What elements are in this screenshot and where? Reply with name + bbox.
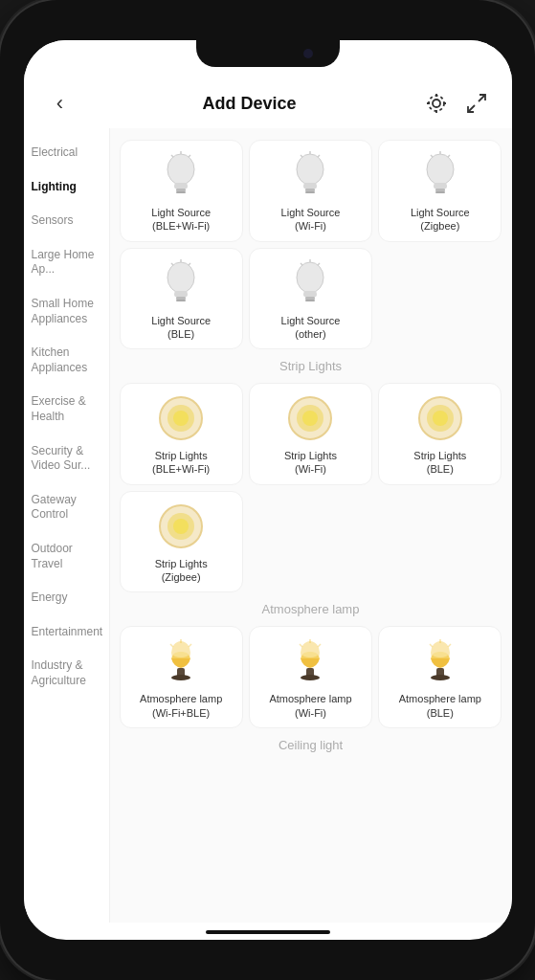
svg-point-53 bbox=[171, 675, 190, 680]
svg-line-69 bbox=[448, 644, 451, 647]
device-atmo-wifi[interactable]: Atmosphere lamp(Wi-Fi) bbox=[249, 626, 372, 728]
strip-lights-grid: Strip Lights(BLE+Wi-Fi) Strip Lights(Wi-… bbox=[120, 383, 502, 592]
svg-rect-21 bbox=[435, 189, 445, 191]
strip-icon bbox=[156, 393, 206, 443]
sidebar-item-large-home[interactable]: Large Home Ap... bbox=[24, 238, 109, 287]
svg-rect-27 bbox=[176, 297, 186, 300]
device-strip-wifi[interactable]: Strip Lights(Wi-Fi) bbox=[249, 383, 372, 485]
atmo-icon bbox=[415, 636, 465, 686]
device-light-source-other[interactable]: Light Source(other) bbox=[249, 248, 372, 350]
device-label: Atmosphere lamp(Wi-Fi+BLE) bbox=[140, 692, 222, 720]
content-area: Light Source(BLE+Wi-Fi) bbox=[110, 128, 512, 923]
atmo-icon bbox=[285, 636, 335, 686]
sidebar-item-lighting[interactable]: Lighting bbox=[24, 170, 109, 205]
bulb-icon bbox=[285, 258, 335, 308]
device-atmo-wifi-ble[interactable]: Atmosphere lamp(Wi-Fi+BLE) bbox=[120, 626, 243, 728]
device-label: Light Source(Wi-Fi) bbox=[281, 206, 341, 234]
device-label: Strip Lights(Wi-Fi) bbox=[284, 449, 337, 477]
svg-rect-34 bbox=[305, 300, 315, 301]
svg-point-40 bbox=[173, 411, 189, 426]
sidebar-item-security[interactable]: Security & Video Sur... bbox=[24, 434, 109, 483]
sidebar-item-outdoor[interactable]: Outdoor Travel bbox=[24, 532, 109, 581]
bulb-icon bbox=[285, 150, 335, 200]
sidebar: Electrical Lighting Sensors Large Home A… bbox=[24, 128, 110, 923]
device-atmo-ble[interactable]: Atmosphere lamp(BLE) bbox=[378, 626, 502, 728]
svg-line-70 bbox=[430, 644, 433, 647]
back-button[interactable]: ‹ bbox=[45, 91, 76, 116]
sidebar-item-kitchen[interactable]: Kitchen Appliances bbox=[24, 336, 109, 385]
svg-line-30 bbox=[189, 263, 190, 265]
svg-point-8 bbox=[167, 154, 194, 185]
svg-rect-16 bbox=[305, 191, 315, 193]
device-label: Strip Lights(BLE+Wi-Fi) bbox=[152, 449, 210, 477]
svg-point-0 bbox=[433, 100, 440, 107]
device-label: Light Source(Zigbee) bbox=[411, 206, 470, 234]
sidebar-item-gateway[interactable]: Gateway Control bbox=[24, 483, 109, 532]
svg-point-26 bbox=[167, 262, 194, 293]
sidebar-item-industry[interactable]: Industry & Agriculture bbox=[24, 649, 109, 698]
svg-line-19 bbox=[301, 155, 302, 157]
fullscreen-icon[interactable] bbox=[463, 90, 490, 117]
device-label: Strip Lights(BLE) bbox=[413, 449, 466, 477]
strip-icon bbox=[285, 393, 335, 443]
sidebar-item-sensors[interactable]: Sensors bbox=[24, 204, 109, 238]
sidebar-item-small-home[interactable]: Small Home Appliances bbox=[24, 287, 109, 336]
svg-line-56 bbox=[170, 644, 173, 647]
svg-rect-9 bbox=[176, 189, 186, 191]
atmosphere-lamp-section-title: Atmosphere lamp bbox=[120, 602, 502, 616]
device-light-source-wifi[interactable]: Light Source(Wi-Fi) bbox=[249, 140, 372, 242]
svg-line-18 bbox=[318, 155, 320, 157]
device-strip-zigbee[interactable]: Strip Lights(Zigbee) bbox=[120, 491, 243, 593]
svg-line-12 bbox=[189, 155, 190, 157]
svg-point-58 bbox=[302, 652, 318, 657]
bulb-icon bbox=[156, 150, 206, 200]
device-light-source-ble-wifi[interactable]: Light Source(BLE+Wi-Fi) bbox=[120, 140, 243, 242]
sidebar-item-electrical[interactable]: Electrical bbox=[24, 136, 109, 170]
light-source-grid: Light Source(BLE+Wi-Fi) bbox=[120, 140, 502, 349]
svg-line-7 bbox=[468, 105, 475, 112]
scan-icon[interactable] bbox=[423, 90, 450, 117]
svg-point-65 bbox=[433, 652, 448, 657]
page-title: Add Device bbox=[202, 94, 296, 114]
svg-line-62 bbox=[318, 644, 321, 647]
device-light-source-ble[interactable]: Light Source(BLE) bbox=[120, 248, 243, 350]
device-label: Light Source(BLE+Wi-Fi) bbox=[151, 206, 211, 234]
atmo-icon bbox=[156, 636, 206, 686]
strip-icon bbox=[156, 501, 206, 551]
svg-point-32 bbox=[297, 262, 323, 293]
sidebar-item-exercise[interactable]: Exercise & Health bbox=[24, 385, 109, 434]
device-strip-ble-wifi[interactable]: Strip Lights(BLE+Wi-Fi) bbox=[120, 383, 243, 485]
svg-point-67 bbox=[431, 675, 450, 680]
svg-line-31 bbox=[171, 263, 173, 265]
svg-point-51 bbox=[173, 652, 189, 657]
main-content: Electrical Lighting Sensors Large Home A… bbox=[24, 128, 512, 923]
strip-lights-section-title: Strip Lights bbox=[120, 359, 502, 373]
bulb-icon bbox=[156, 258, 206, 308]
svg-line-37 bbox=[301, 263, 302, 265]
device-label: Light Source(BLE) bbox=[151, 314, 211, 342]
svg-point-60 bbox=[301, 675, 320, 680]
svg-rect-33 bbox=[305, 297, 315, 300]
svg-rect-22 bbox=[435, 191, 445, 193]
device-label: Atmosphere lamp(Wi-Fi) bbox=[269, 692, 351, 720]
device-label: Atmosphere lamp(BLE) bbox=[399, 692, 481, 720]
home-indicator bbox=[206, 930, 330, 934]
svg-point-46 bbox=[433, 411, 448, 426]
device-strip-ble[interactable]: Strip Lights(BLE) bbox=[378, 383, 502, 485]
svg-line-55 bbox=[189, 644, 191, 647]
sidebar-item-entertainment[interactable]: Entertainment bbox=[24, 615, 109, 650]
svg-rect-10 bbox=[176, 191, 186, 193]
svg-point-1 bbox=[429, 96, 444, 111]
device-light-source-zigbee[interactable]: Light Source(Zigbee) bbox=[378, 140, 502, 242]
camera bbox=[303, 49, 313, 58]
svg-line-13 bbox=[171, 155, 173, 157]
svg-line-6 bbox=[479, 95, 485, 101]
ceiling-light-section-title: Ceiling light bbox=[120, 738, 502, 752]
sidebar-item-energy[interactable]: Energy bbox=[24, 581, 109, 615]
header-icons bbox=[423, 90, 490, 117]
svg-point-20 bbox=[427, 154, 454, 185]
svg-point-49 bbox=[173, 519, 189, 534]
device-label: Light Source(other) bbox=[281, 314, 341, 342]
atmosphere-lamp-grid: Atmosphere lamp(Wi-Fi+BLE) bbox=[120, 626, 502, 728]
notch bbox=[196, 40, 340, 67]
